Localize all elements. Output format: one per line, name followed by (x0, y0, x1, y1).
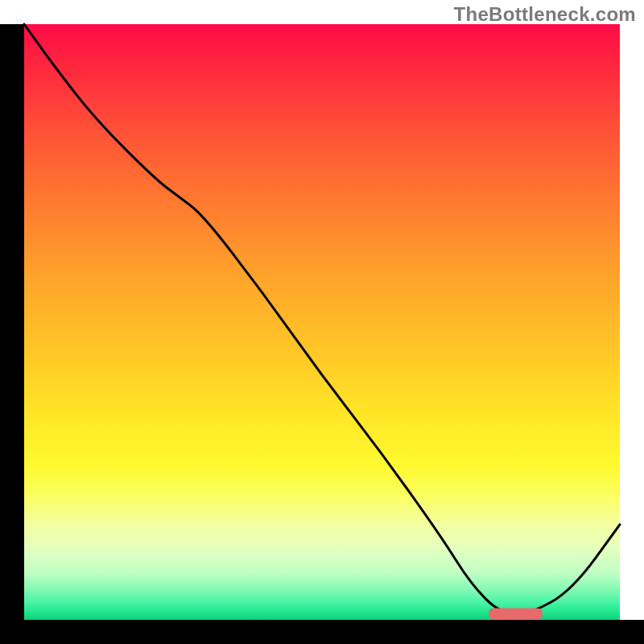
chart-frame: TheBottleneck.com (0, 0, 644, 644)
optimal-range-marker (489, 609, 543, 620)
x-axis-bar (0, 620, 644, 644)
y-axis-bar (0, 24, 24, 644)
watermark-text: TheBottleneck.com (454, 3, 636, 26)
chart-overlay-svg (24, 24, 620, 620)
bottleneck-curve-path (24, 24, 620, 614)
